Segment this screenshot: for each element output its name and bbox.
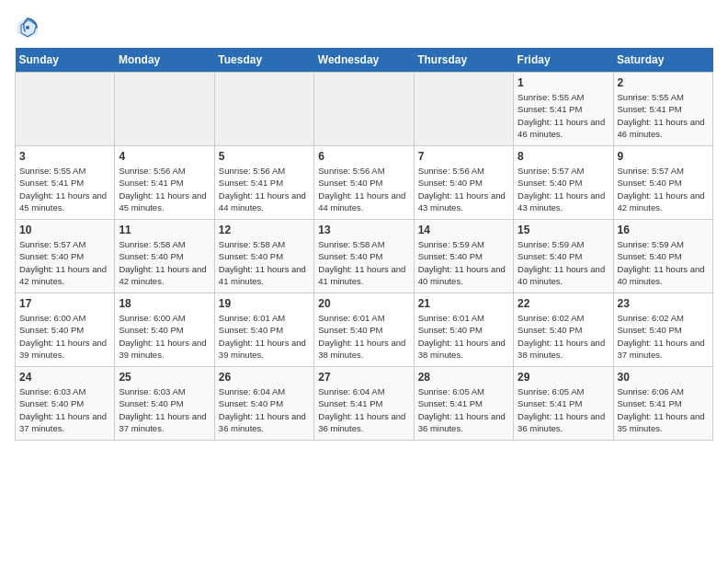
day-info: Sunrise: 6:00 AM Sunset: 5:40 PM Dayligh… (119, 312, 210, 361)
week-row-4: 17Sunrise: 6:00 AM Sunset: 5:40 PM Dayli… (16, 293, 713, 367)
day-header-saturday: Saturday (613, 48, 712, 73)
day-number: 29 (518, 371, 609, 384)
day-info: Sunrise: 5:57 AM Sunset: 5:40 PM Dayligh… (518, 165, 609, 213)
day-info: Sunrise: 6:00 AM Sunset: 5:40 PM Dayligh… (19, 312, 110, 361)
day-info: Sunrise: 5:56 AM Sunset: 5:41 PM Dayligh… (219, 165, 310, 213)
day-cell: 28Sunrise: 6:05 AM Sunset: 5:41 PM Dayli… (414, 367, 513, 441)
logo-icon (15, 15, 40, 40)
day-cell: 24Sunrise: 6:03 AM Sunset: 5:40 PM Dayli… (16, 367, 115, 441)
day-number: 22 (518, 297, 609, 310)
day-cell: 20Sunrise: 6:01 AM Sunset: 5:40 PM Dayli… (314, 293, 414, 367)
day-number: 5 (219, 150, 310, 163)
day-cell: 29Sunrise: 6:05 AM Sunset: 5:41 PM Dayli… (514, 367, 613, 441)
day-info: Sunrise: 6:02 AM Sunset: 5:40 PM Dayligh… (618, 312, 709, 361)
day-header-sunday: Sunday (16, 48, 115, 73)
header (15, 15, 713, 40)
day-cell: 16Sunrise: 5:59 AM Sunset: 5:40 PM Dayli… (613, 220, 712, 293)
day-number: 26 (219, 371, 310, 384)
day-header-monday: Monday (115, 48, 214, 73)
day-cell (414, 73, 513, 146)
day-cell: 8Sunrise: 5:57 AM Sunset: 5:40 PM Daylig… (514, 146, 613, 220)
day-info: Sunrise: 6:01 AM Sunset: 5:40 PM Dayligh… (219, 312, 310, 361)
day-cell: 13Sunrise: 5:58 AM Sunset: 5:40 PM Dayli… (314, 220, 414, 293)
day-cell: 19Sunrise: 6:01 AM Sunset: 5:40 PM Dayli… (214, 293, 313, 367)
day-number: 15 (518, 224, 609, 236)
week-row-3: 10Sunrise: 5:57 AM Sunset: 5:40 PM Dayli… (16, 220, 713, 293)
day-cell: 30Sunrise: 6:06 AM Sunset: 5:41 PM Dayli… (613, 367, 712, 441)
day-info: Sunrise: 6:05 AM Sunset: 5:41 PM Dayligh… (418, 385, 509, 434)
day-number: 19 (219, 297, 310, 310)
day-cell: 25Sunrise: 6:03 AM Sunset: 5:40 PM Dayli… (115, 367, 214, 441)
day-number: 13 (318, 224, 409, 236)
day-number: 28 (418, 371, 509, 384)
day-info: Sunrise: 6:06 AM Sunset: 5:41 PM Dayligh… (618, 385, 709, 434)
day-number: 11 (119, 224, 210, 236)
day-cell: 21Sunrise: 6:01 AM Sunset: 5:40 PM Dayli… (414, 293, 513, 367)
day-info: Sunrise: 5:59 AM Sunset: 5:40 PM Dayligh… (518, 238, 609, 287)
day-number: 7 (418, 150, 509, 163)
day-number: 23 (618, 297, 709, 310)
day-number: 1 (518, 76, 609, 89)
day-cell: 22Sunrise: 6:02 AM Sunset: 5:40 PM Dayli… (514, 293, 613, 367)
day-info: Sunrise: 5:55 AM Sunset: 5:41 PM Dayligh… (618, 91, 709, 140)
day-info: Sunrise: 5:55 AM Sunset: 5:41 PM Dayligh… (19, 165, 110, 213)
day-header-tuesday: Tuesday (214, 48, 313, 73)
day-cell: 12Sunrise: 5:58 AM Sunset: 5:40 PM Dayli… (214, 220, 313, 293)
day-info: Sunrise: 6:03 AM Sunset: 5:40 PM Dayligh… (119, 385, 210, 434)
svg-point-1 (26, 26, 29, 29)
day-number: 3 (19, 150, 110, 163)
day-header-friday: Friday (514, 48, 613, 73)
day-cell: 2Sunrise: 5:55 AM Sunset: 5:41 PM Daylig… (613, 73, 712, 146)
day-info: Sunrise: 5:55 AM Sunset: 5:41 PM Dayligh… (518, 91, 609, 140)
day-number: 25 (119, 371, 210, 384)
day-cell: 18Sunrise: 6:00 AM Sunset: 5:40 PM Dayli… (115, 293, 214, 367)
day-number: 12 (219, 224, 310, 236)
day-cell: 26Sunrise: 6:04 AM Sunset: 5:40 PM Dayli… (214, 367, 313, 441)
day-info: Sunrise: 5:59 AM Sunset: 5:40 PM Dayligh… (618, 238, 709, 287)
day-cell: 5Sunrise: 5:56 AM Sunset: 5:41 PM Daylig… (214, 146, 313, 220)
day-info: Sunrise: 6:05 AM Sunset: 5:41 PM Dayligh… (518, 385, 609, 434)
day-cell: 15Sunrise: 5:59 AM Sunset: 5:40 PM Dayli… (514, 220, 613, 293)
day-cell: 11Sunrise: 5:58 AM Sunset: 5:40 PM Dayli… (115, 220, 214, 293)
day-info: Sunrise: 5:57 AM Sunset: 5:40 PM Dayligh… (19, 238, 110, 287)
day-info: Sunrise: 6:01 AM Sunset: 5:40 PM Dayligh… (318, 312, 409, 361)
day-number: 30 (618, 371, 709, 384)
day-cell: 10Sunrise: 5:57 AM Sunset: 5:40 PM Dayli… (16, 220, 115, 293)
day-info: Sunrise: 6:04 AM Sunset: 5:41 PM Dayligh… (318, 385, 409, 434)
day-cell: 14Sunrise: 5:59 AM Sunset: 5:40 PM Dayli… (414, 220, 513, 293)
day-number: 4 (119, 150, 210, 163)
day-cell: 17Sunrise: 6:00 AM Sunset: 5:40 PM Dayli… (16, 293, 115, 367)
day-info: Sunrise: 5:56 AM Sunset: 5:40 PM Dayligh… (318, 165, 409, 213)
day-cell (115, 73, 214, 146)
day-cell: 9Sunrise: 5:57 AM Sunset: 5:40 PM Daylig… (613, 146, 712, 220)
day-info: Sunrise: 6:01 AM Sunset: 5:40 PM Dayligh… (418, 312, 509, 361)
week-row-2: 3Sunrise: 5:55 AM Sunset: 5:41 PM Daylig… (16, 146, 713, 220)
day-cell: 7Sunrise: 5:56 AM Sunset: 5:40 PM Daylig… (414, 146, 513, 220)
calendar-table: SundayMondayTuesdayWednesdayThursdayFrid… (15, 48, 713, 441)
day-number: 27 (318, 371, 409, 384)
day-cell (314, 73, 414, 146)
day-info: Sunrise: 5:58 AM Sunset: 5:40 PM Dayligh… (119, 238, 210, 287)
day-number: 2 (618, 76, 709, 89)
day-info: Sunrise: 5:56 AM Sunset: 5:40 PM Dayligh… (418, 165, 509, 213)
day-info: Sunrise: 5:58 AM Sunset: 5:40 PM Dayligh… (318, 238, 409, 287)
day-number: 16 (618, 224, 709, 236)
day-header-thursday: Thursday (414, 48, 513, 73)
day-number: 21 (418, 297, 509, 310)
day-number: 24 (19, 371, 110, 384)
day-number: 20 (318, 297, 409, 310)
day-number: 18 (119, 297, 210, 310)
day-info: Sunrise: 5:56 AM Sunset: 5:41 PM Dayligh… (119, 165, 210, 213)
week-row-5: 24Sunrise: 6:03 AM Sunset: 5:40 PM Dayli… (16, 367, 713, 441)
day-number: 6 (318, 150, 409, 163)
logo (15, 15, 44, 40)
day-cell: 3Sunrise: 5:55 AM Sunset: 5:41 PM Daylig… (16, 146, 115, 220)
day-number: 14 (418, 224, 509, 236)
day-number: 10 (19, 224, 110, 236)
day-number: 17 (19, 297, 110, 310)
day-info: Sunrise: 5:57 AM Sunset: 5:40 PM Dayligh… (618, 165, 709, 213)
day-cell: 1Sunrise: 5:55 AM Sunset: 5:41 PM Daylig… (514, 73, 613, 146)
day-info: Sunrise: 6:03 AM Sunset: 5:40 PM Dayligh… (19, 385, 110, 434)
day-header-wednesday: Wednesday (314, 48, 414, 73)
day-cell: 6Sunrise: 5:56 AM Sunset: 5:40 PM Daylig… (314, 146, 414, 220)
